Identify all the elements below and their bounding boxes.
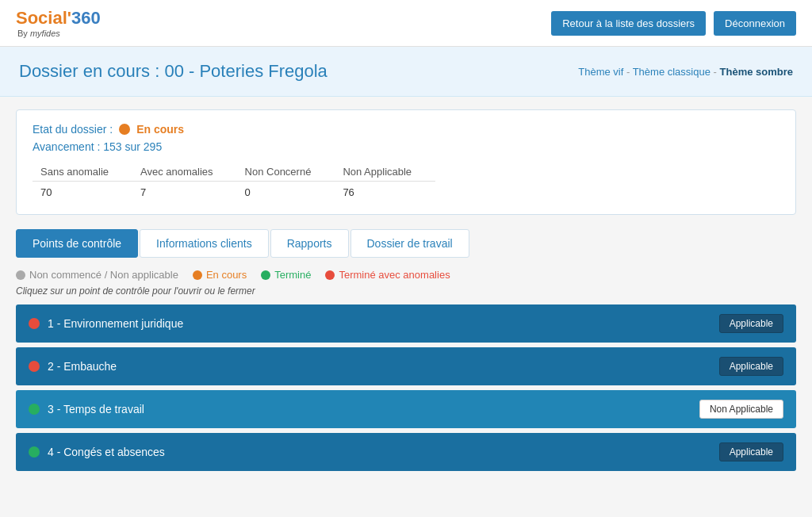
tab-points-controle[interactable]: Points de contrôle: [16, 229, 138, 258]
legend-label-termine: Terminé: [274, 269, 311, 281]
tab-dossier-travail[interactable]: Dossier de travail: [350, 229, 469, 258]
main-content: Etat du dossier : En cours Avancement : …: [0, 97, 812, 484]
stats-header-0: Sans anomalie: [33, 163, 132, 182]
theme-vif-link[interactable]: Thème vif: [578, 66, 623, 78]
legend-termine: Terminé: [261, 269, 311, 281]
control-row-1[interactable]: 1 - Environnement juridique Applicable: [16, 304, 796, 343]
legend-en-cours: En cours: [193, 269, 247, 281]
control-left-2: 2 - Embauche: [29, 360, 117, 373]
etat-line: Etat du dossier : En cours: [33, 123, 779, 136]
control-row-4[interactable]: 4 - Congés et absences Applicable: [16, 433, 796, 471]
control-row-2[interactable]: 2 - Embauche Applicable: [16, 347, 796, 385]
tabs: Points de contrôle Informations clients …: [16, 229, 796, 258]
header: Social'360 By myfides Retour à la liste …: [0, 0, 812, 47]
legend: Non commencé / Non applicable En cours T…: [16, 269, 796, 281]
legend-label-en-cours: En cours: [206, 269, 247, 281]
etat-dot: [119, 124, 130, 135]
control-badge-2[interactable]: Applicable: [719, 357, 783, 376]
control-badge-4[interactable]: Applicable: [719, 442, 783, 461]
control-dot-1: [29, 318, 40, 329]
stats-value-2: 0: [237, 182, 335, 202]
logo: Social'360 By myfides: [16, 8, 101, 38]
logo-360: 360: [71, 8, 101, 28]
control-badge-1[interactable]: Applicable: [719, 314, 783, 333]
stats-header-2: Non Concerné: [237, 163, 335, 182]
stats-value-0: 70: [33, 182, 132, 202]
control-label-3: 3 - Temps de travail: [48, 403, 144, 416]
control-left-3: 3 - Temps de travail: [29, 403, 144, 416]
logo-social: Social': [16, 8, 71, 28]
dossier-title: Dossier en cours : 00 - Poteries Fregola: [19, 61, 327, 82]
tab-informations-clients[interactable]: Informations clients: [140, 229, 269, 258]
retour-button[interactable]: Retour à la liste des dossiers: [551, 11, 706, 36]
legend-label-termine-anomalies: Terminé avec anomalies: [339, 269, 450, 281]
legend-dot-grey: [16, 270, 25, 280]
stats-value-1: 7: [132, 182, 237, 202]
legend-label-non-commence: Non commencé / Non applicable: [29, 269, 178, 281]
theme-classique-link[interactable]: Thème classique: [633, 66, 710, 78]
title-bar: Dossier en cours : 00 - Poteries Fregola…: [0, 47, 812, 97]
logo-brand: myfides: [30, 29, 60, 38]
legend-termine-anomalies: Terminé avec anomalies: [325, 269, 450, 281]
stats-value-3: 76: [335, 182, 435, 202]
control-dot-4: [29, 446, 40, 458]
stats-header-1: Avec anomalies: [132, 163, 237, 182]
logo-by: By: [17, 29, 28, 38]
legend-dot-green: [261, 270, 270, 280]
etat-value: En cours: [136, 123, 184, 136]
theme-sombre-link[interactable]: Thème sombre: [720, 66, 793, 78]
etat-label: Etat du dossier :: [33, 123, 113, 136]
control-badge-3[interactable]: Non Applicable: [699, 400, 783, 419]
control-row-3[interactable]: 3 - Temps de travail Non Applicable: [16, 390, 796, 428]
click-hint: Cliquez sur un point de contrôle pour l'…: [16, 285, 796, 297]
control-left-1: 1 - Environnement juridique: [29, 317, 183, 330]
control-label-2: 2 - Embauche: [48, 360, 117, 373]
control-label-1: 1 - Environnement juridique: [48, 317, 183, 330]
control-dot-3: [29, 404, 40, 415]
legend-non-commence: Non commencé / Non applicable: [16, 269, 178, 281]
avancement-text: Avancement : 153 sur 295: [33, 140, 779, 153]
control-left-4: 4 - Congés et absences: [29, 446, 165, 458]
control-dot-2: [29, 361, 40, 372]
stats-header-3: Non Applicable: [335, 163, 435, 182]
legend-dot-red: [325, 270, 335, 280]
deconnexion-button[interactable]: Déconnexion: [714, 11, 796, 36]
tab-rapports[interactable]: Rapports: [270, 229, 349, 258]
stats-table: Sans anomalie Avec anomalies Non Concern…: [33, 163, 435, 201]
control-label-4: 4 - Congés et absences: [48, 446, 165, 458]
legend-dot-orange: [193, 270, 202, 280]
control-points-list: 1 - Environnement juridique Applicable 2…: [16, 304, 796, 471]
theme-links: Thème vif - Thème classique - Thème somb…: [578, 66, 793, 78]
header-buttons: Retour à la liste des dossiers Déconnexi…: [551, 11, 796, 36]
status-card: Etat du dossier : En cours Avancement : …: [16, 109, 796, 215]
